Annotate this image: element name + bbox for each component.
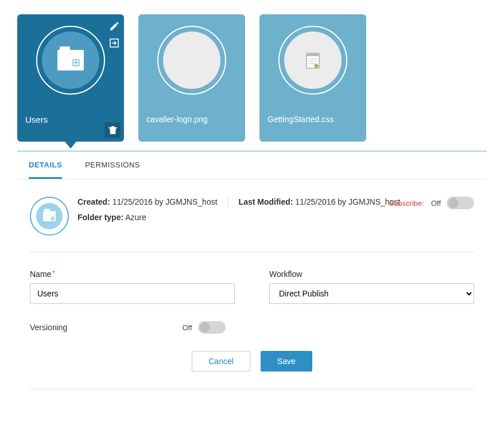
divider [228,197,228,207]
workflow-select[interactable]: Direct Publish [269,283,474,304]
created-label: Created: [77,197,110,206]
versioning-toggle[interactable] [198,321,226,334]
required-icon: * [52,269,55,276]
card-label: GettingStarted.css [267,115,334,124]
modified-value: 11/25/2016 by JGMJNS_host [295,197,400,206]
folder-type-value: Azure [125,213,146,222]
selection-arrow-icon [65,142,76,149]
card-icon-bg: ⊞ [42,32,99,89]
file-placeholder-icon [163,32,220,89]
card-icon-ring [157,26,226,95]
form: Name* Workflow Direct Publish [30,252,474,304]
save-button[interactable]: Save [261,351,312,372]
subscribe-toggle[interactable] [447,197,474,209]
divider [30,389,474,389]
modified-label: Last Modified: [239,197,293,206]
card-icon-ring: ⊞ [36,26,105,95]
toggle-state-label: Off [182,323,192,332]
form-actions: Cancel Save [30,334,474,383]
svg-rect-2 [307,53,319,56]
tab-details[interactable]: DETAILS [29,161,62,179]
card-cavalier-logo[interactable]: cavalier-logo.png [138,14,245,142]
tab-permissions[interactable]: PERMISSIONS [85,161,140,179]
folder-windows-icon: ⊞ [57,50,84,71]
folder-type-label: Folder type: [77,213,123,222]
tabs: DETAILS PERMISSIONS [17,151,487,179]
card-actions [104,18,124,49]
versioning-label: Versioning [30,323,67,332]
details-panel: ⊞ Created: 11/25/2016 by JGMJNS_host Las… [17,179,487,389]
export-icon[interactable] [108,37,120,49]
notepad-icon [305,51,320,69]
card-getting-started[interactable]: GettingStarted.css [259,14,366,142]
toggle-state-label: Off [431,199,441,208]
name-label: Name [30,269,51,279]
item-thumbnail: ⊞ [30,197,69,236]
name-input[interactable] [30,283,235,304]
delete-button[interactable] [104,122,121,138]
workflow-label: Workflow [269,269,474,279]
subscribe-area: Subscribe: Off [389,197,474,209]
created-value: 11/25/2016 by JGMJNS_host [113,197,218,206]
details-header: ⊞ Created: 11/25/2016 by JGMJNS_host Las… [30,197,474,236]
card-label: Users [25,115,48,124]
card-row: ⊞ Users cavalier-logo.png GettingStarted… [17,14,487,142]
svg-point-6 [315,64,319,68]
card-label: cavalier-logo.png [146,115,208,124]
card-icon-ring [278,26,347,95]
subscribe-label: Subscribe: [389,199,424,208]
folder-windows-icon: ⊞ [43,211,56,221]
edit-icon[interactable] [109,21,119,32]
cancel-button[interactable]: Cancel [192,351,250,372]
card-users-folder[interactable]: ⊞ Users [17,14,124,142]
file-icon-bg [284,32,342,89]
versioning-row: Versioning Off [30,304,474,334]
